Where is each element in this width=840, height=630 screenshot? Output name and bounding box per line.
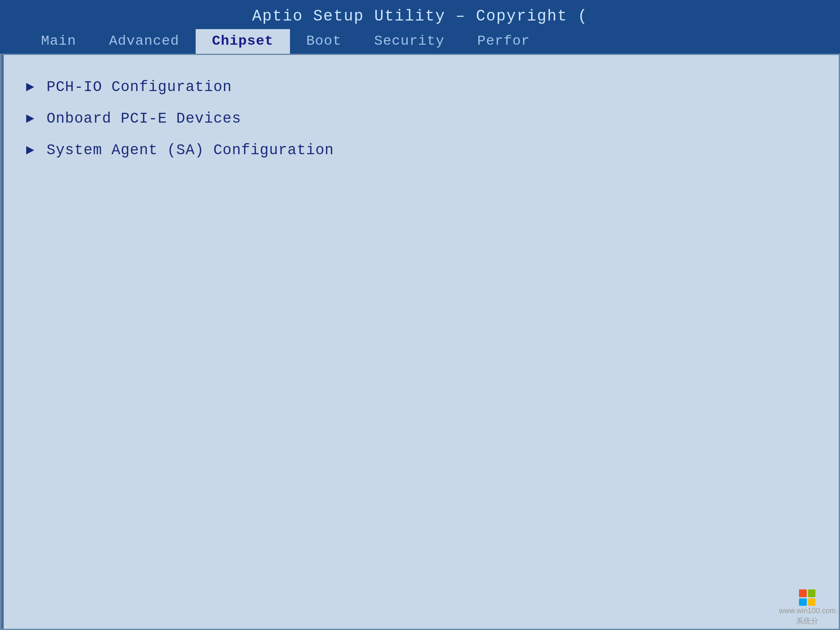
tab-performance[interactable]: Perfor	[461, 29, 546, 54]
menu-item-system-agent[interactable]: ► System Agent (SA) Configuration	[26, 135, 814, 166]
title-bar: Aptio Setup Utility – Copyright (	[0, 0, 840, 29]
logo-yellow	[808, 598, 816, 606]
watermark-score: 系统分	[796, 616, 818, 626]
arrow-icon-system-agent: ►	[26, 143, 34, 158]
arrow-icon-onboard-pci: ►	[26, 111, 34, 127]
arrow-icon-pch-io: ►	[26, 80, 34, 95]
tab-main[interactable]: Main	[25, 29, 93, 54]
windows-logo	[799, 589, 815, 606]
main-content: ► PCH-IO Configuration ► Onboard PCI-E D…	[0, 54, 840, 630]
tab-security[interactable]: Security	[358, 29, 461, 54]
watermark: www.win100.com 系统分	[779, 589, 836, 626]
watermark-site: www.win100.com	[779, 607, 836, 615]
tab-advanced[interactable]: Advanced	[93, 29, 196, 54]
tab-boot[interactable]: Boot	[290, 29, 358, 54]
pch-io-label: PCH-IO Configuration	[46, 79, 232, 96]
onboard-pci-label: Onboard PCI-E Devices	[46, 110, 241, 127]
logo-green	[808, 589, 816, 597]
title-text: Aptio Setup Utility – Copyright (	[252, 7, 588, 25]
logo-blue	[799, 598, 807, 606]
system-agent-label: System Agent (SA) Configuration	[46, 142, 334, 159]
tab-chipset[interactable]: Chipset	[196, 29, 290, 54]
menu-tabs: Main Advanced Chipset Boot Security Perf…	[0, 29, 840, 54]
menu-item-onboard-pci[interactable]: ► Onboard PCI-E Devices	[26, 103, 814, 135]
logo-red	[799, 589, 807, 597]
bios-screen: Aptio Setup Utility – Copyright ( Main A…	[0, 0, 840, 630]
menu-item-pch-io[interactable]: ► PCH-IO Configuration	[26, 71, 814, 103]
